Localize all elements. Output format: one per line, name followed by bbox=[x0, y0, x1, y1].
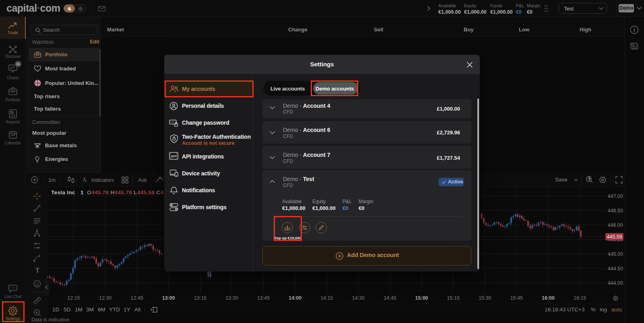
svg-text:12:45: 12:45 bbox=[131, 295, 143, 301]
svg-text:15:45: 15:45 bbox=[510, 295, 523, 301]
svg-text:14:00: 14:00 bbox=[289, 295, 301, 301]
svg-text:14:45: 14:45 bbox=[384, 295, 396, 301]
svg-text:447.00: 447.00 bbox=[608, 193, 623, 199]
svg-text:445.00: 445.00 bbox=[608, 251, 623, 257]
svg-text:15:30: 15:30 bbox=[479, 295, 491, 301]
svg-text:13:30: 13:30 bbox=[225, 295, 238, 301]
svg-text:13:00: 13:00 bbox=[162, 295, 175, 301]
svg-text:14:15: 14:15 bbox=[320, 295, 333, 301]
svg-text:API: API bbox=[171, 154, 176, 158]
svg-text:446.00: 446.00 bbox=[608, 222, 623, 228]
svg-text:14:30: 14:30 bbox=[352, 295, 365, 301]
svg-text:444.00: 444.00 bbox=[608, 280, 623, 286]
svg-text:16:15: 16:15 bbox=[574, 295, 586, 301]
svg-text:446.50: 446.50 bbox=[608, 208, 623, 214]
svg-text:13:15: 13:15 bbox=[194, 295, 206, 301]
svg-text:12:15: 12:15 bbox=[67, 295, 80, 301]
svg-text:15:00: 15:00 bbox=[415, 295, 428, 301]
svg-text:12:30: 12:30 bbox=[99, 295, 111, 301]
svg-text:445.59: 445.59 bbox=[607, 234, 622, 240]
svg-text:13:45: 13:45 bbox=[257, 295, 270, 301]
svg-text:15:15: 15:15 bbox=[447, 295, 460, 301]
svg-text:444.50: 444.50 bbox=[608, 266, 623, 272]
svg-text:16:00: 16:00 bbox=[542, 295, 555, 301]
